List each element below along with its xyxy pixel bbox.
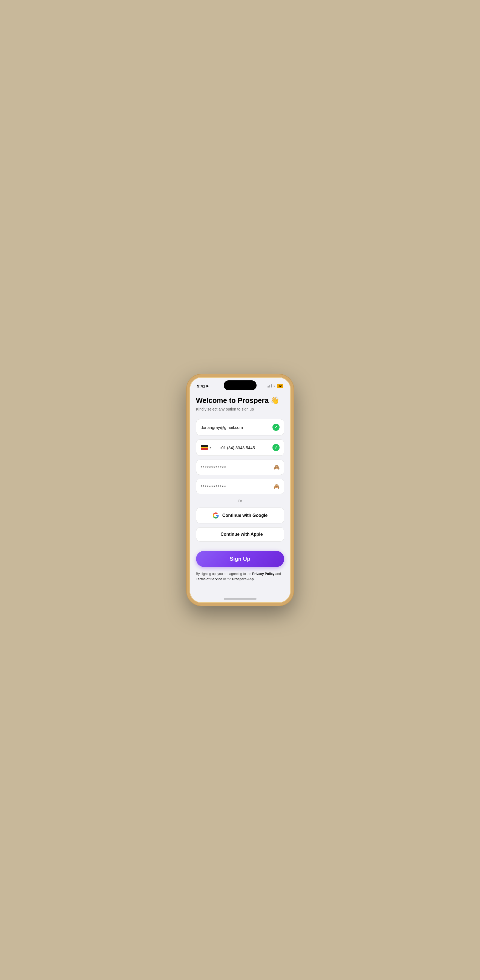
or-divider: Or [196,498,284,503]
link-icon: ⌁ [273,384,276,388]
phone-frame: 9:41 ▶ ⌁ 32 Welcome to Prospera 👋 Kindly… [187,374,293,606]
location-icon: ▶ [206,384,209,388]
chevron-down-icon: ▾ [209,445,211,449]
apple-button-label: Continue with Apple [220,532,263,537]
apple-signin-button[interactable]: Continue with Apple [196,527,284,541]
status-right: ⌁ 32 [267,384,283,388]
email-check-icon [272,424,280,431]
terms-suffix: of the [222,577,232,581]
battery-indicator: 32 [277,384,283,388]
dynamic-island [224,380,257,390]
password-value: ************ [201,465,227,470]
sign-up-button[interactable]: Sign Up [196,551,284,567]
phone-number-value: +01 (34) 3343 5445 [219,445,272,450]
email-value: doriangray@gmail.com [201,425,272,430]
belgium-flag [201,445,208,450]
password-toggle-icon[interactable]: 🙈 [274,464,280,470]
signal-icon [267,384,272,388]
terms-of-service-link[interactable]: Terms of Service [196,577,222,581]
terms-prefix: By signing up, you are agreeing to the [196,572,252,576]
terms-and: and [274,572,280,576]
confirm-password-toggle-icon[interactable]: 🙈 [274,484,280,490]
page-subtitle: Kindly select any option to sign up [196,407,284,411]
app-name: Prospera App [232,577,253,581]
phone-check-icon [272,444,280,451]
confirm-password-value: ************ [201,484,227,489]
terms-text: By signing up, you are agreeing to the P… [196,571,284,582]
page-title: Welcome to Prospera 👋 [196,396,284,405]
phone-input-group: ▾ +01 (34) 3343 5445 [201,444,272,451]
home-bar [224,598,257,600]
google-icon [212,512,219,519]
home-indicator [190,595,291,603]
status-time: 9:41 ▶ [197,384,209,388]
google-button-label: Continue with Google [222,513,268,518]
email-field[interactable]: doriangray@gmail.com [196,419,284,436]
country-selector[interactable]: ▾ [201,445,211,450]
confirm-password-field[interactable]: ************ 🙈 [196,479,284,494]
password-field[interactable]: ************ 🙈 [196,460,284,475]
time-display: 9:41 [197,384,205,388]
google-signin-button[interactable]: Continue with Google [196,508,284,523]
privacy-policy-link[interactable]: Privacy Policy [252,572,274,576]
main-content: Welcome to Prospera 👋 Kindly select any … [190,391,291,595]
phone-field[interactable]: ▾ +01 (34) 3343 5445 [196,439,284,456]
